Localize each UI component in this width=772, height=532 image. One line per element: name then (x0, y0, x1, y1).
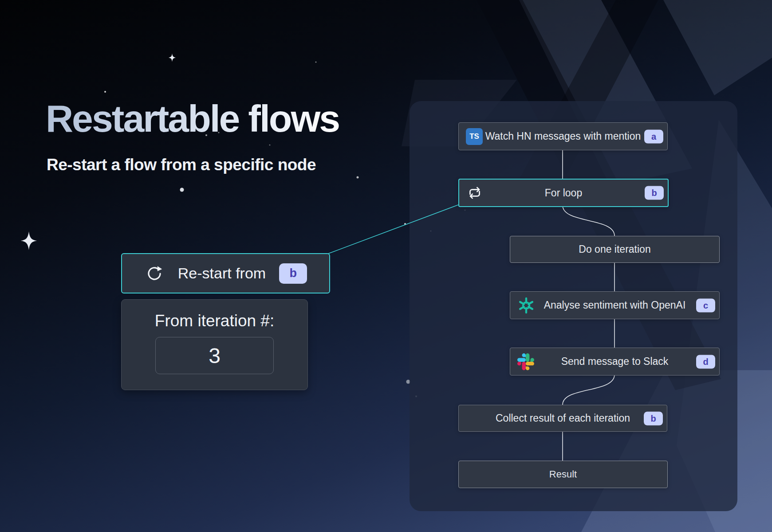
restart-from-button[interactable]: Re-start from b (121, 253, 330, 293)
flow-node-watch-hn[interactable]: TS Watch HN messages with mention a (458, 122, 668, 150)
node-label: Analyse sentiment with OpenAI (544, 299, 686, 311)
slack-icon (517, 353, 534, 370)
iteration-number-input[interactable] (155, 337, 274, 374)
loop-icon (466, 184, 483, 201)
step-badge: c (696, 298, 715, 312)
typescript-icon: TS (466, 128, 483, 145)
edge-forloop-to-iteration (563, 205, 614, 236)
node-label: Collect result of each iteration (496, 412, 630, 424)
flow-node-result[interactable]: Result (458, 461, 668, 488)
restart-icon (144, 263, 165, 284)
typescript-icon-label: TS (469, 132, 479, 141)
step-badge: d (696, 355, 715, 368)
edge-restart-to-forloop (328, 205, 458, 254)
iteration-label: From iteration #: (155, 312, 274, 330)
hero-canvas: Restartable flows Re-start a flow from a… (0, 0, 772, 532)
flow-node-collect-result[interactable]: Collect result of each iteration b (458, 405, 667, 432)
node-label: Watch HN messages with mention (485, 130, 641, 142)
flow-node-analyse-sentiment[interactable]: Analyse sentiment with OpenAI c (510, 291, 720, 319)
node-label: Result (549, 469, 577, 480)
step-badge: a (644, 129, 663, 143)
node-label: Do one iteration (579, 243, 650, 255)
node-label: Send message to Slack (561, 356, 669, 368)
flow-node-send-slack[interactable]: Send message to Slack d (510, 348, 720, 376)
iteration-panel: From iteration #: (121, 299, 308, 390)
flow-connectors (0, 0, 772, 532)
node-label: For loop (545, 187, 582, 199)
flow-node-do-one-iteration[interactable]: Do one iteration (510, 236, 720, 263)
step-badge: b (644, 411, 663, 425)
step-badge: b (645, 186, 664, 200)
restart-label: Re-start from (178, 265, 266, 282)
edge-slack-to-collect (563, 375, 614, 405)
restart-target-badge: b (279, 263, 307, 284)
flow-node-for-loop[interactable]: For loop b (458, 179, 669, 207)
openai-icon (517, 297, 535, 314)
